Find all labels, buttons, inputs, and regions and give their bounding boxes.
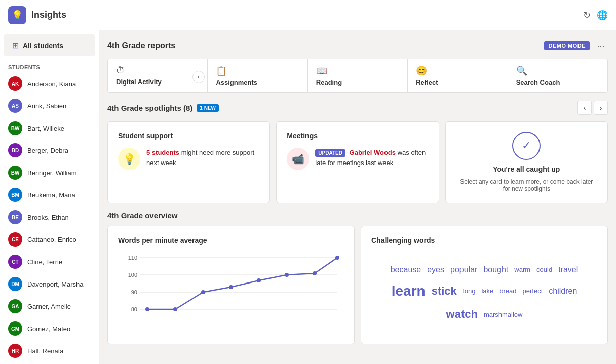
word-item[interactable]: stick xyxy=(432,285,457,298)
spotlight-prev-button[interactable]: ‹ xyxy=(578,101,592,115)
sidebar-item[interactable]: ASArink, Sabien xyxy=(0,95,99,117)
word-item[interactable]: travel xyxy=(558,265,578,274)
app-title: Insights xyxy=(31,10,66,20)
video-icon: 📹 xyxy=(292,153,304,165)
student-name: Cline, Terrie xyxy=(27,258,62,266)
svg-point-12 xyxy=(257,278,261,282)
student-name: Gomez, Mateo xyxy=(27,325,70,333)
word-item[interactable]: lake xyxy=(481,287,493,295)
words-card: Challenging words becauseeyespopularboug… xyxy=(361,226,608,344)
grid-icon: ⊞ xyxy=(12,41,19,50)
avatar: BW xyxy=(8,121,22,135)
student-name: Hall, Renata xyxy=(27,347,64,355)
refresh-icon[interactable]: ↻ xyxy=(583,10,591,21)
sidebar-item[interactable]: GAGarner, Amelie xyxy=(0,295,99,317)
word-item[interactable]: bought xyxy=(483,265,508,274)
sidebar-item[interactable]: BWBart, Willeke xyxy=(0,117,99,139)
topbar: 💡 Insights ↻ 🌐 xyxy=(0,0,616,30)
nav-tab-reading[interactable]: 📖 Reading xyxy=(308,59,408,92)
more-options-button[interactable]: ··· xyxy=(594,38,608,53)
person-name: Gabriel Woods xyxy=(350,149,396,156)
word-item[interactable]: warm xyxy=(514,266,530,273)
svg-text:90: 90 xyxy=(131,289,137,295)
lightbulb-icon: 💡 xyxy=(123,153,136,165)
checkmark-icon: ✓ xyxy=(512,132,541,160)
student-support-text: 5 students might need more support next … xyxy=(146,148,259,168)
sidebar: ⊞ All students Students AKAnderson, Kian… xyxy=(0,30,99,364)
student-name: Beringer, William xyxy=(27,169,77,177)
svg-point-13 xyxy=(285,273,289,277)
spotlight-next-button[interactable]: › xyxy=(594,101,608,115)
avatar: HR xyxy=(8,344,22,358)
sidebar-item[interactable]: HBHernandez, Briana xyxy=(0,362,99,364)
sidebar-item[interactable]: BMBeukema, Maria xyxy=(0,184,99,206)
svg-point-9 xyxy=(173,307,177,311)
nav-tab-search-coach[interactable]: 🔍 Search Coach xyxy=(508,59,607,92)
nav-tabs: ⏱ Digital Activity 📋 Assignments 📖 Readi… xyxy=(107,59,608,93)
word-cloud: becauseeyespopularboughtwarmcouldtravell… xyxy=(371,253,597,334)
caught-up-card: ✓ You're all caught up Select any card t… xyxy=(445,121,608,203)
word-item[interactable]: popular xyxy=(450,265,477,274)
word-item[interactable]: children xyxy=(549,287,577,296)
word-item[interactable]: learn xyxy=(392,283,426,299)
sidebar-item[interactable]: HRHall, Renata xyxy=(0,340,99,362)
avatar: GA xyxy=(8,299,22,313)
meetings-text: UPDATED Gabriel Woods was often late for… xyxy=(315,148,428,168)
word-item[interactable]: bread xyxy=(499,287,516,295)
sidebar-collapse-button[interactable]: ‹ xyxy=(192,71,205,83)
sidebar-item[interactable]: CECattaneo, Enrico xyxy=(0,228,99,251)
wpm-chart-svg: 110 100 90 80 xyxy=(118,253,344,334)
svg-point-11 xyxy=(229,285,233,289)
spotlights-cards: Student support 💡 5 students might need … xyxy=(107,121,608,203)
word-item[interactable]: eyes xyxy=(427,265,444,274)
student-name: Bart, Willeke xyxy=(27,125,64,132)
tab-label: Reading xyxy=(316,78,342,86)
sidebar-item[interactable]: BDBerger, Debra xyxy=(0,139,99,161)
nav-tab-assignments[interactable]: 📋 Assignments xyxy=(208,59,307,92)
avatar: BE xyxy=(8,210,22,224)
student-name: Garner, Amelie xyxy=(27,303,71,310)
sidebar-item[interactable]: CTCline, Terrie xyxy=(0,251,99,273)
sidebar-item[interactable]: BEBrooks, Ethan xyxy=(0,206,99,228)
new-badge: 1 NEW xyxy=(197,104,219,112)
caught-up-subtitle: Select any card to learn more, or come b… xyxy=(456,178,597,192)
word-item[interactable]: marshmallow xyxy=(484,311,523,318)
svg-point-15 xyxy=(335,256,339,260)
all-students-button[interactable]: ⊞ All students xyxy=(4,34,95,56)
meetings-card[interactable]: Meetings 📹 UPDATED Gabriel Woods was oft… xyxy=(276,121,439,203)
wpm-title: Words per minute average xyxy=(118,236,344,245)
sidebar-item[interactable]: AKAnderson, Kiana xyxy=(0,72,99,95)
main-layout: ⊞ All students Students AKAnderson, Kian… xyxy=(0,30,616,364)
word-item[interactable]: because xyxy=(391,265,421,274)
sidebar-item[interactable]: DMDavenport, Marsha xyxy=(0,273,99,295)
sidebar-item[interactable]: GMGomez, Mateo xyxy=(0,317,99,340)
student-support-icon-wrap: 💡 xyxy=(118,148,140,170)
student-support-title: Student support xyxy=(118,132,259,140)
svg-text:110: 110 xyxy=(128,255,137,261)
sidebar-item[interactable]: BWBeringer, William xyxy=(0,161,99,184)
globe-icon[interactable]: 🌐 xyxy=(597,10,608,21)
nav-tab-reflect[interactable]: 😊 Reflect xyxy=(408,59,508,92)
student-name: Arink, Sabien xyxy=(27,102,66,110)
avatar: CE xyxy=(8,232,22,247)
tab-icon: 📋 xyxy=(216,65,227,76)
tab-icon: ⏱ xyxy=(116,65,125,76)
meetings-icon-wrap: 📹 xyxy=(287,148,309,170)
word-item[interactable]: perfect xyxy=(523,287,543,295)
reports-actions: DEMO MODE ··· xyxy=(544,38,608,53)
overview-title: 4th Grade overview xyxy=(107,211,608,220)
word-item[interactable]: watch xyxy=(446,308,478,321)
tab-icon: 🔍 xyxy=(516,65,527,76)
student-name: Brooks, Ethan xyxy=(27,214,69,221)
app-icon: 💡 xyxy=(8,6,26,24)
svg-point-8 xyxy=(145,307,149,311)
word-item[interactable]: could xyxy=(536,266,552,273)
tab-label: Assignments xyxy=(216,78,257,86)
overview-cards: Words per minute average 110 100 90 80 xyxy=(107,226,608,344)
student-support-card[interactable]: Student support 💡 5 students might need … xyxy=(107,121,270,203)
meetings-title: Meetings xyxy=(287,132,428,140)
spotlights-title: 4th Grade spotlights (8) xyxy=(107,104,192,112)
caught-up-title: You're all caught up xyxy=(493,165,560,173)
wpm-card: Words per minute average 110 100 90 80 xyxy=(107,226,355,344)
word-item[interactable]: long xyxy=(463,287,476,295)
